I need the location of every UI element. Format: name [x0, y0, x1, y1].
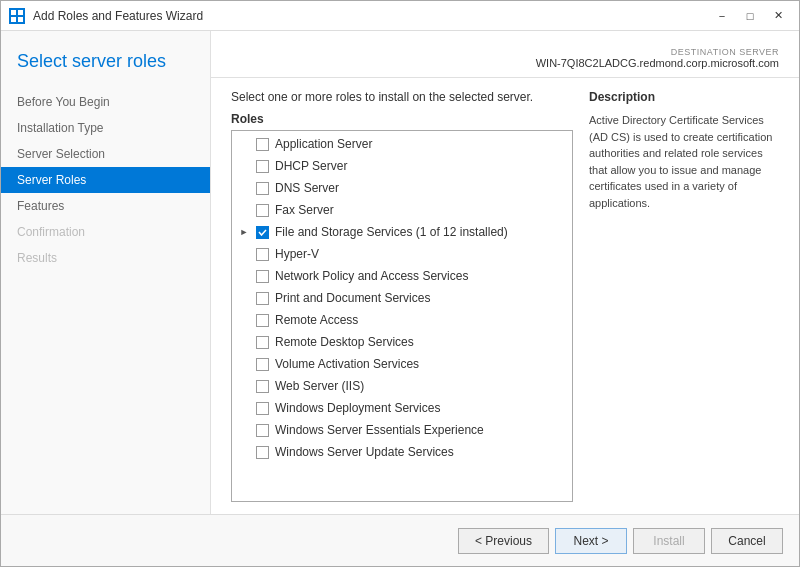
role-label-hyper-v: Hyper-V — [275, 247, 319, 261]
svg-rect-1 — [18, 10, 23, 15]
role-item-print-document[interactable]: Print and Document Services — [232, 287, 572, 309]
role-checkbox-dns-server[interactable] — [256, 182, 269, 195]
sidebar-item-server-selection[interactable]: Server Selection — [1, 141, 210, 167]
footer: < Previous Next > Install Cancel — [1, 514, 799, 566]
role-checkbox-windows-deployment[interactable] — [256, 402, 269, 415]
role-expander-network-policy — [238, 270, 250, 282]
svg-rect-0 — [11, 10, 16, 15]
role-item-windows-essentials[interactable]: Windows Server Essentials Experience — [232, 419, 572, 441]
role-expander-remote-desktop — [238, 336, 250, 348]
role-checkbox-remote-access[interactable] — [256, 314, 269, 327]
role-label-dns-server: DNS Server — [275, 181, 339, 195]
sidebar-item-server-roles[interactable]: Server Roles — [1, 167, 210, 193]
sidebar-item-installation-type[interactable]: Installation Type — [1, 115, 210, 141]
role-label-remote-desktop: Remote Desktop Services — [275, 335, 414, 349]
role-label-web-server: Web Server (IIS) — [275, 379, 364, 393]
app-icon — [9, 8, 25, 24]
install-button[interactable]: Install — [633, 528, 705, 554]
role-item-dhcp-server[interactable]: DHCP Server — [232, 155, 572, 177]
role-item-fax-server[interactable]: Fax Server — [232, 199, 572, 221]
main-header: DESTINATION SERVER WIN-7QI8C2LADCG.redmo… — [211, 31, 799, 78]
role-checkbox-fax-server[interactable] — [256, 204, 269, 217]
sidebar-nav: Before You BeginInstallation TypeServer … — [1, 89, 210, 271]
role-checkbox-network-policy[interactable] — [256, 270, 269, 283]
svg-rect-3 — [18, 17, 23, 22]
role-item-network-policy[interactable]: Network Policy and Access Services — [232, 265, 572, 287]
sidebar-item-before-you-begin[interactable]: Before You Begin — [1, 89, 210, 115]
role-expander-dhcp-server — [238, 160, 250, 172]
role-item-remote-access[interactable]: Remote Access — [232, 309, 572, 331]
roles-instruction: Select one or more roles to install on t… — [231, 90, 573, 104]
role-expander-hyper-v — [238, 248, 250, 260]
role-expander-windows-essentials — [238, 424, 250, 436]
role-expander-application-server — [238, 138, 250, 150]
role-label-network-policy: Network Policy and Access Services — [275, 269, 468, 283]
role-expander-windows-deployment — [238, 402, 250, 414]
role-checkbox-file-storage-services[interactable] — [256, 226, 269, 239]
close-button[interactable]: ✕ — [765, 6, 791, 26]
role-expander-print-document — [238, 292, 250, 304]
role-item-volume-activation[interactable]: Volume Activation Services — [232, 353, 572, 375]
title-bar-left: Add Roles and Features Wizard — [9, 8, 203, 24]
role-checkbox-volume-activation[interactable] — [256, 358, 269, 371]
role-item-windows-deployment[interactable]: Windows Deployment Services — [232, 397, 572, 419]
role-item-windows-update[interactable]: Windows Server Update Services — [232, 441, 572, 463]
sidebar-title: Select server roles — [1, 51, 210, 89]
roles-label: Roles — [231, 112, 573, 126]
role-expander-dns-server — [238, 182, 250, 194]
role-label-print-document: Print and Document Services — [275, 291, 430, 305]
description-section: Description Active Directory Certificate… — [589, 90, 779, 502]
content-area: Select server roles Before You BeginInst… — [1, 31, 799, 514]
sidebar-item-confirmation: Confirmation — [1, 219, 210, 245]
window-title: Add Roles and Features Wizard — [33, 9, 203, 23]
svg-rect-2 — [11, 17, 16, 22]
role-checkbox-remote-desktop[interactable] — [256, 336, 269, 349]
role-label-fax-server: Fax Server — [275, 203, 334, 217]
cancel-button[interactable]: Cancel — [711, 528, 783, 554]
role-checkbox-web-server[interactable] — [256, 380, 269, 393]
role-expander-remote-access — [238, 314, 250, 326]
role-label-windows-essentials: Windows Server Essentials Experience — [275, 423, 484, 437]
destination-info: DESTINATION SERVER WIN-7QI8C2LADCG.redmo… — [536, 47, 779, 69]
role-checkbox-windows-essentials[interactable] — [256, 424, 269, 437]
roles-section: Select one or more roles to install on t… — [231, 90, 573, 502]
description-text: Active Directory Certificate Services (A… — [589, 112, 779, 211]
role-item-application-server[interactable]: Application Server — [232, 133, 572, 155]
role-item-file-storage-services[interactable]: ►File and Storage Services (1 of 12 inst… — [232, 221, 572, 243]
description-label: Description — [589, 90, 779, 104]
role-checkbox-print-document[interactable] — [256, 292, 269, 305]
minimize-button[interactable]: − — [709, 6, 735, 26]
role-label-windows-deployment: Windows Deployment Services — [275, 401, 440, 415]
role-label-remote-access: Remote Access — [275, 313, 358, 327]
main-panel: DESTINATION SERVER WIN-7QI8C2LADCG.redmo… — [211, 31, 799, 514]
sidebar-item-results: Results — [1, 245, 210, 271]
role-item-web-server[interactable]: Web Server (IIS) — [232, 375, 572, 397]
role-checkbox-windows-update[interactable] — [256, 446, 269, 459]
role-item-dns-server[interactable]: DNS Server — [232, 177, 572, 199]
role-expander-volume-activation — [238, 358, 250, 370]
destination-label: DESTINATION SERVER — [536, 47, 779, 57]
role-label-windows-update: Windows Server Update Services — [275, 445, 454, 459]
main-body: Select one or more roles to install on t… — [211, 78, 799, 514]
main-window: Add Roles and Features Wizard − □ ✕ Sele… — [0, 0, 800, 567]
role-checkbox-application-server[interactable] — [256, 138, 269, 151]
previous-button[interactable]: < Previous — [458, 528, 549, 554]
role-item-hyper-v[interactable]: Hyper-V — [232, 243, 572, 265]
role-label-application-server: Application Server — [275, 137, 372, 151]
maximize-button[interactable]: □ — [737, 6, 763, 26]
roles-list-container: Application ServerDHCP ServerDNS ServerF… — [231, 130, 573, 502]
role-expander-file-storage-services[interactable]: ► — [238, 226, 250, 238]
role-checkbox-dhcp-server[interactable] — [256, 160, 269, 173]
title-bar: Add Roles and Features Wizard − □ ✕ — [1, 1, 799, 31]
next-button[interactable]: Next > — [555, 528, 627, 554]
role-expander-fax-server — [238, 204, 250, 216]
role-item-remote-desktop[interactable]: Remote Desktop Services — [232, 331, 572, 353]
role-expander-web-server — [238, 380, 250, 392]
role-label-file-storage-services: File and Storage Services (1 of 12 insta… — [275, 225, 508, 239]
role-expander-windows-update — [238, 446, 250, 458]
role-label-volume-activation: Volume Activation Services — [275, 357, 419, 371]
sidebar-item-features[interactable]: Features — [1, 193, 210, 219]
role-checkbox-hyper-v[interactable] — [256, 248, 269, 261]
roles-list[interactable]: Application ServerDHCP ServerDNS ServerF… — [232, 131, 572, 501]
destination-server: WIN-7QI8C2LADCG.redmond.corp.microsoft.c… — [536, 57, 779, 69]
